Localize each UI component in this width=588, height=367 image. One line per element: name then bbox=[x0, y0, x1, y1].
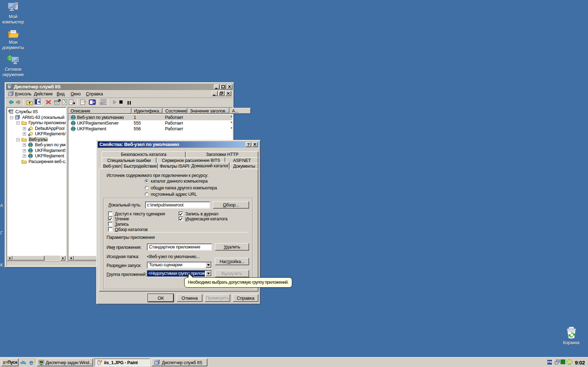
svg-text:e: e bbox=[29, 359, 33, 366]
svg-text:?: ? bbox=[83, 100, 86, 105]
